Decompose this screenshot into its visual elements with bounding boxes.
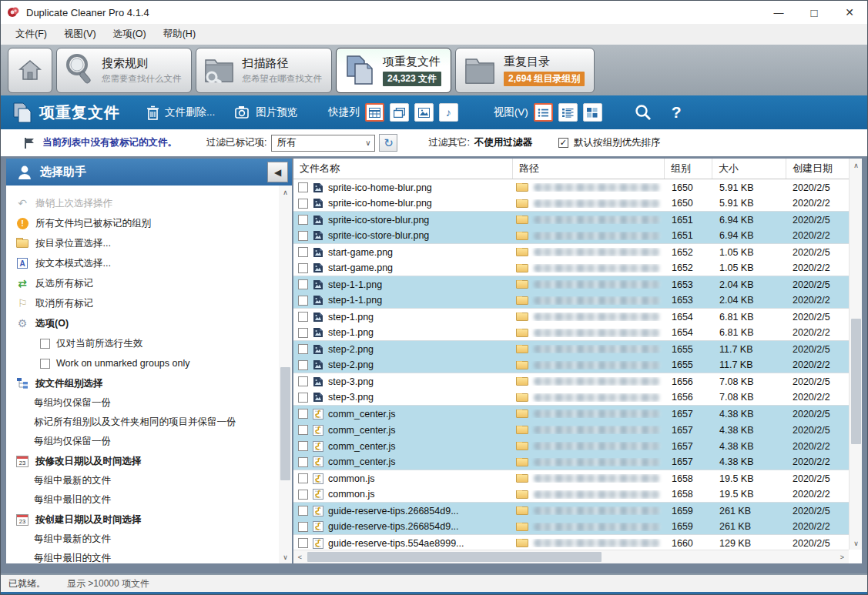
sidebar-item[interactable]: 标记所有组别以及文件夹相同的项目并保留一份 <box>15 413 279 432</box>
maximize-button[interactable]: □ <box>796 1 832 24</box>
minimize-button[interactable]: — <box>761 1 796 24</box>
table-row[interactable]: step-1.png16546.81 KB2020/2/2 <box>293 325 849 341</box>
help-icon[interactable]: ? <box>672 103 682 122</box>
sidebar-item[interactable]: 按目录位置选择... <box>15 233 279 253</box>
table-row[interactable]: sprite-ico-store-blur.png16516.94 KB2020… <box>293 212 849 228</box>
refresh-button[interactable]: ↻ <box>379 134 397 152</box>
sidebar-item[interactable]: 23按修改日期以及时间选择 <box>15 451 279 471</box>
row-checkbox[interactable] <box>298 296 308 306</box>
column-header-path[interactable]: 路径 <box>513 159 665 179</box>
row-checkbox[interactable] <box>298 231 308 241</box>
table-row[interactable]: guide-reserve-tips.266854d9...1659261 KB… <box>293 519 849 535</box>
table-row[interactable]: guide-reserve-tips.266854d9...1659261 KB… <box>293 503 849 519</box>
sidebar-item[interactable]: ⇄反选所有标记 <box>15 273 279 293</box>
sidebar-item[interactable]: 每组中最新的文件 <box>15 471 279 490</box>
table-row[interactable]: sprite-ico-home-blur.png16505.91 KB2020/… <box>293 196 849 212</box>
quick-column-audio-button[interactable]: ♪ <box>439 103 458 122</box>
column-header-filename[interactable]: 文件名称 <box>293 159 513 179</box>
row-checkbox[interactable] <box>298 425 308 435</box>
sidebar-item[interactable]: A按文本模式选择... <box>15 253 279 273</box>
table-row[interactable]: start-game.png16521.05 KB2020/2/2 <box>293 260 849 276</box>
menu-item[interactable]: 文件(F) <box>7 25 55 44</box>
table-row[interactable]: common.js165819.5 KB2020/2/2 <box>293 486 849 503</box>
view-details-button[interactable] <box>558 103 578 122</box>
table-row[interactable]: step-1-1.png16532.04 KB2020/2/2 <box>293 292 849 309</box>
table-vscroll-thumb[interactable] <box>851 319 861 444</box>
sidebar-item[interactable]: ⚐取消所有标记 <box>15 293 279 313</box>
delete-files-button[interactable]: 文件删除... <box>146 105 215 120</box>
sidebar-item[interactable]: 每组中最旧的文件 <box>15 490 279 510</box>
option-checkbox[interactable] <box>40 339 50 349</box>
sidebar-item[interactable]: ⚙选项(O) <box>15 313 279 333</box>
sidebar-item[interactable]: 每组中最旧的文件 <box>15 549 279 563</box>
row-checkbox[interactable] <box>298 344 308 354</box>
view-tiles-button[interactable] <box>583 103 602 122</box>
row-checkbox[interactable] <box>298 247 308 257</box>
scroll-up-icon[interactable]: ∧ <box>850 159 862 172</box>
sidebar-item[interactable]: !所有文件均已被标记的组别 <box>15 213 279 233</box>
row-checkbox[interactable] <box>298 279 308 289</box>
table-row[interactable]: step-2.png165511.7 KB2020/2/2 <box>293 357 849 373</box>
column-header-group[interactable]: 组别 <box>665 159 712 179</box>
scroll-up-icon[interactable]: ∧ <box>279 186 292 199</box>
duplicate-files-tab[interactable]: 项重复文件 24,323 文件 <box>336 48 451 93</box>
row-checkbox[interactable] <box>298 506 308 516</box>
collapse-panel-button[interactable]: ◀ <box>267 162 288 182</box>
home-tab[interactable] <box>8 48 52 93</box>
table-row[interactable]: comm_center.js16574.38 KB2020/2/2 <box>293 454 849 470</box>
sidebar-scrollbar[interactable]: ∧ ∨ <box>279 186 292 563</box>
scroll-left-icon[interactable]: < <box>293 550 307 563</box>
sidebar-item[interactable]: Work on unmarked groups only <box>15 353 279 373</box>
option-checkbox[interactable] <box>40 359 50 369</box>
sidebar-item[interactable]: 按文件组别选择 <box>15 373 279 393</box>
row-checkbox[interactable] <box>298 538 308 548</box>
table-vertical-scrollbar[interactable]: ∧ ∨ <box>849 159 862 550</box>
row-checkbox[interactable] <box>298 473 308 483</box>
row-checkbox[interactable] <box>298 522 308 532</box>
table-horizontal-scrollbar[interactable]: < > <box>293 550 849 563</box>
row-checkbox[interactable] <box>298 215 308 225</box>
scan-paths-tab[interactable]: 扫描路径 您希望在哪查找文件 <box>196 48 333 93</box>
table-row[interactable]: sprite-ico-store-blur.png16516.94 KB2020… <box>293 228 849 244</box>
row-checkbox[interactable] <box>298 312 308 322</box>
row-checkbox[interactable] <box>298 457 308 467</box>
scroll-down-icon[interactable]: ∨ <box>279 550 292 563</box>
sidebar-item[interactable]: 每组均仅保留一份 <box>15 432 279 451</box>
column-header-size[interactable]: 大小 <box>712 159 786 179</box>
table-row[interactable]: start-game.png16521.05 KB2020/2/5 <box>293 244 849 260</box>
table-row[interactable]: comm_center.js16574.38 KB2020/2/5 <box>293 422 849 438</box>
view-list-button[interactable] <box>534 103 553 122</box>
table-row[interactable]: step-3.png16567.08 KB2020/2/5 <box>293 373 849 389</box>
row-checkbox[interactable] <box>298 328 308 338</box>
menu-item[interactable]: 视图(V) <box>55 25 105 44</box>
sort-by-group-checkbox[interactable]: ✓ <box>558 138 568 148</box>
sidebar-scroll-thumb[interactable] <box>280 367 290 480</box>
marked-filter-dropdown[interactable]: 所有 ∨ <box>271 135 375 152</box>
table-row[interactable]: step-3.png16567.08 KB2020/2/2 <box>293 389 849 406</box>
sidebar-item[interactable]: 每组中最新的文件 <box>15 530 279 549</box>
sidebar-item[interactable]: 每组均仅保留一份 <box>15 393 279 413</box>
row-checkbox[interactable] <box>298 490 308 500</box>
table-row[interactable]: common.js165819.5 KB2020/2/5 <box>293 470 849 486</box>
table-row[interactable]: guide-reserve-tips.554ae8999...1660129 K… <box>293 535 849 550</box>
sidebar-item[interactable]: 23按创建日期以及时间选择 <box>15 510 279 530</box>
search-icon[interactable] <box>635 104 652 121</box>
row-checkbox[interactable] <box>298 182 308 192</box>
table-row[interactable]: step-1-1.png16532.04 KB2020/2/5 <box>293 276 849 292</box>
row-checkbox[interactable] <box>298 376 308 386</box>
row-checkbox[interactable] <box>298 263 308 273</box>
row-checkbox[interactable] <box>298 409 308 419</box>
search-rules-tab[interactable]: 搜索规则 您需要查找什么文件 <box>56 48 192 93</box>
table-row[interactable]: step-1.png16546.81 KB2020/2/5 <box>293 309 849 325</box>
menu-item[interactable]: 帮助(H) <box>155 25 204 44</box>
table-row[interactable]: comm_center.js16574.38 KB2020/2/2 <box>293 438 849 454</box>
scroll-down-icon[interactable]: ∨ <box>850 537 862 550</box>
table-row[interactable]: comm_center.js16574.38 KB2020/2/5 <box>293 406 849 422</box>
close-button[interactable]: ✕ <box>832 1 867 24</box>
row-checkbox[interactable] <box>298 360 308 370</box>
row-checkbox[interactable] <box>298 441 308 451</box>
menu-item[interactable]: 选项(O) <box>105 25 155 44</box>
image-preview-button[interactable]: 图片预览 <box>235 105 297 119</box>
row-checkbox[interactable] <box>298 393 308 403</box>
sidebar-item[interactable]: 仅对当前所选行生效 <box>15 333 279 353</box>
